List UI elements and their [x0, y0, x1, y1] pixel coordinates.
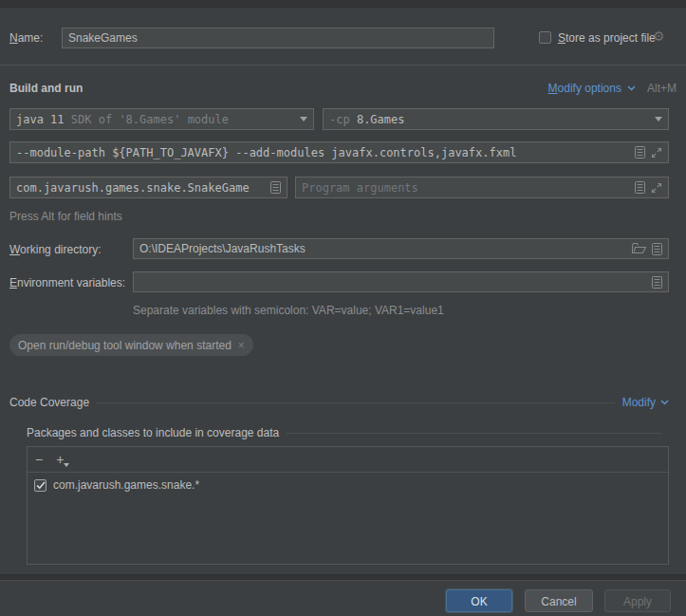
close-icon[interactable]: × [238, 339, 245, 352]
folder-icon[interactable] [632, 243, 646, 254]
open-tool-window-tag[interactable]: Open run/debug tool window when started … [9, 334, 253, 356]
coverage-packages-title: Packages and classes to include in cover… [27, 426, 279, 439]
chevron-down-icon[interactable] [627, 85, 636, 91]
gear-icon[interactable]: ⚙ [653, 28, 665, 44]
name-input[interactable] [62, 28, 494, 48]
coverage-row[interactable]: com.javarush.games.snake.* [28, 473, 668, 492]
tag-label: Open run/debug tool window when started [18, 339, 232, 352]
store-as-project-file-checkbox[interactable] [539, 31, 551, 44]
section-divider [0, 65, 686, 65]
modify-options-link[interactable]: Modify options [548, 82, 621, 95]
main-class-input[interactable]: com.javarush.games.snake.SnakeGame [9, 177, 287, 198]
program-arguments-input[interactable]: Program arguments [295, 177, 669, 198]
chevron-down-icon[interactable] [660, 400, 669, 405]
section-divider [287, 433, 661, 434]
macros-icon[interactable] [652, 276, 662, 289]
name-label: Name: [9, 31, 43, 45]
modify-options-shortcut: Alt+M [647, 82, 677, 95]
store-as-project-file-label: Store as project file [558, 31, 656, 45]
environment-variables-input[interactable] [133, 271, 669, 292]
remove-pattern-button[interactable]: − [35, 453, 43, 466]
coverage-row-pattern: com.javarush.games.snake.* [53, 478, 199, 492]
footer-divider [0, 574, 686, 581]
dropdown-arrow-icon [300, 117, 307, 121]
working-directory-label: Working directory: [9, 243, 101, 256]
code-coverage-title: Code Coverage [9, 396, 89, 409]
apply-button[interactable]: Apply [604, 589, 671, 612]
expand-icon[interactable] [651, 147, 662, 159]
classpath-select[interactable]: -cp 8.Games [323, 108, 669, 130]
environment-variables-label: Environment variables: [9, 276, 125, 289]
coverage-modify-link[interactable]: Modify [622, 396, 656, 409]
coverage-table: − + com.javarush.games.snake.* [27, 446, 669, 565]
ok-button[interactable]: OK [446, 589, 512, 612]
macros-icon[interactable] [652, 243, 662, 255]
vm-options-input[interactable]: --module-path ${PATH_TO_JAVAFX} --add-mo… [9, 141, 669, 163]
build-and-run-title: Build and run [9, 82, 83, 95]
section-divider [97, 402, 615, 403]
dialog-top-strip [0, 0, 686, 8]
expand-icon[interactable] [651, 182, 662, 194]
field-hints-text: Press Alt for field hints [9, 210, 122, 223]
dropdown-arrow-icon [655, 117, 662, 121]
jre-select[interactable]: java 11 SDK of '8.Games' module [9, 108, 314, 130]
macros-icon[interactable] [635, 146, 645, 159]
coverage-toolbar: − + [28, 447, 668, 473]
cancel-button[interactable]: Cancel [525, 589, 593, 612]
macros-icon[interactable] [635, 181, 645, 194]
browse-class-icon[interactable] [270, 181, 281, 194]
mini-dropdown-arrow-icon [64, 463, 69, 467]
environment-variables-hint: Separate variables with semicolon: VAR=v… [133, 304, 444, 317]
working-directory-input[interactable]: O:\IDEAProjects\JavaRushTasks [133, 238, 669, 259]
coverage-row-checkbox[interactable] [34, 479, 46, 492]
add-pattern-button[interactable]: + [56, 453, 64, 466]
